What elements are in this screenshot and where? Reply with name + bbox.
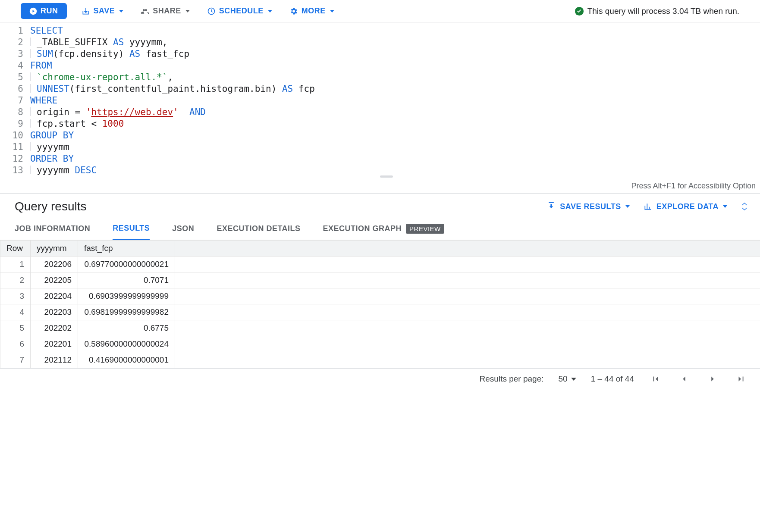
code-content: FROM (30, 60, 52, 72)
save-button[interactable]: SAVE (79, 3, 126, 19)
cell: 202201 (31, 336, 78, 352)
chart-icon (644, 202, 652, 211)
share-button[interactable]: SHARE (138, 3, 192, 19)
code-line[interactable]: 13yyyymm DESC (0, 165, 760, 176)
tab-job-information[interactable]: JOB INFORMATION (15, 218, 90, 240)
line-number: 1 (0, 25, 30, 37)
results-header: Query results SAVE RESULTS EXPLORE DATA (0, 194, 760, 218)
save-icon (82, 7, 90, 16)
tab-execution-graph[interactable]: EXECUTION GRAPH PREVIEW (323, 218, 444, 240)
code-content: fcp.start < 1000 (30, 118, 124, 130)
caret-down-icon (330, 10, 334, 13)
tab-results[interactable]: RESULTS (113, 218, 150, 240)
line-number: 11 (0, 141, 30, 153)
first-page-button[interactable] (649, 372, 663, 386)
run-button[interactable]: RUN (21, 3, 67, 19)
query-toolbar: RUN SAVE SHARE SCHEDULE MORE This query … (0, 0, 760, 22)
play-icon (29, 7, 37, 15)
code-line[interactable]: 5`chrome-ux-report.all.*`, (0, 72, 760, 83)
cell-empty (175, 352, 760, 368)
table-row[interactable]: 22022050.7071 (0, 272, 760, 288)
code-line[interactable]: 7WHERE (0, 95, 760, 106)
prev-page-button[interactable] (677, 372, 691, 386)
code-line[interactable]: 4FROM (0, 60, 760, 72)
column-header[interactable]: fast_fcp (78, 241, 175, 257)
table-row[interactable]: 12022060.69770000000000021 (0, 257, 760, 272)
caret-down-icon (723, 205, 727, 208)
schedule-button[interactable]: SCHEDULE (204, 3, 275, 19)
cell: 202202 (31, 320, 78, 336)
tab-execution-details[interactable]: EXECUTION DETAILS (217, 218, 300, 240)
code-content: UNNEST(first_contentful_paint.histogram.… (30, 83, 315, 95)
code-line[interactable]: 6UNNEST(first_contentful_paint.histogram… (0, 83, 760, 95)
cell: 0.4169000000000001 (78, 352, 175, 368)
cell: 0.69770000000000021 (78, 257, 175, 272)
download-icon (547, 202, 556, 211)
cell: 5 (0, 320, 31, 336)
editor-footer: Press Alt+F1 for Accessibility Option (0, 180, 760, 194)
code-line[interactable]: 10GROUP BY (0, 130, 760, 141)
explore-data-label: EXPLORE DATA (656, 202, 719, 211)
column-header[interactable]: yyyymm (31, 241, 78, 257)
code-line[interactable]: 9fcp.start < 1000 (0, 118, 760, 130)
table-row[interactable]: 72021120.4169000000000001 (0, 352, 760, 368)
code-line[interactable]: 1SELECT (0, 25, 760, 37)
results-table: Rowyyyymmfast_fcp12022060.69770000000000… (0, 240, 760, 368)
cell: 0.7071 (78, 272, 175, 288)
cell: 202204 (31, 288, 78, 304)
results-table-wrap: Rowyyyymmfast_fcp12022060.69770000000000… (0, 240, 760, 368)
save-results-label: SAVE RESULTS (560, 202, 621, 211)
code-line[interactable]: 2_TABLE_SUFFIX AS yyyymm, (0, 37, 760, 48)
expand-panel-button[interactable] (741, 202, 748, 211)
code-line[interactable]: 12ORDER BY (0, 153, 760, 165)
cell: 0.6903999999999999 (78, 288, 175, 304)
last-page-button[interactable] (734, 372, 748, 386)
explore-data-button[interactable]: EXPLORE DATA (644, 202, 727, 211)
gear-icon (289, 7, 298, 16)
more-button[interactable]: MORE (287, 3, 337, 19)
code-content: yyyymm DESC (30, 165, 97, 176)
code-line[interactable]: 11yyyymm (0, 141, 760, 153)
code-content: GROUP BY (30, 130, 74, 141)
rpp-select[interactable]: 50 (558, 374, 576, 384)
results-pager: Results per page: 50 1 – 44 of 44 (0, 368, 760, 389)
tab-json[interactable]: JSON (172, 218, 194, 240)
code-line[interactable]: 3SUM(fcp.density) AS fast_fcp (0, 48, 760, 60)
code-content: WHERE (30, 95, 57, 106)
line-number: 8 (0, 106, 30, 118)
drag-handle[interactable] (380, 175, 393, 178)
save-results-button[interactable]: SAVE RESULTS (547, 202, 629, 211)
results-tabs: JOB INFORMATION RESULTS JSON EXECUTION D… (0, 218, 760, 240)
table-row[interactable]: 62022010.58960000000000024 (0, 336, 760, 352)
cell: 202205 (31, 272, 78, 288)
chevron-right-icon (708, 374, 717, 384)
cell-empty (175, 336, 760, 352)
code-content: _TABLE_SUFFIX AS yyyymm, (30, 37, 167, 48)
code-content: ORDER BY (30, 153, 74, 165)
table-row[interactable]: 52022020.6775 (0, 320, 760, 336)
column-header[interactable]: Row (0, 241, 31, 257)
code-line[interactable]: 8origin = 'https://web.dev' AND (0, 106, 760, 118)
next-page-button[interactable] (706, 372, 719, 386)
chevron-up-icon (741, 202, 748, 206)
caret-down-icon (268, 10, 272, 13)
cell: 4 (0, 304, 31, 320)
line-number: 10 (0, 130, 30, 141)
table-row[interactable]: 32022040.6903999999999999 (0, 288, 760, 304)
chevron-down-icon (741, 207, 748, 211)
save-label: SAVE (94, 6, 115, 16)
schedule-icon (207, 7, 216, 16)
cell: 3 (0, 288, 31, 304)
cell: 202206 (31, 257, 78, 272)
caret-down-icon (185, 10, 190, 13)
cell: 202112 (31, 352, 78, 368)
cell-empty (175, 257, 760, 272)
sql-editor[interactable]: 1SELECT2_TABLE_SUFFIX AS yyyymm,3SUM(fcp… (0, 22, 760, 180)
cell: 7 (0, 352, 31, 368)
page-last-icon (736, 374, 746, 384)
table-row[interactable]: 42022030.69819999999999982 (0, 304, 760, 320)
page-range: 1 – 44 of 44 (591, 374, 634, 384)
more-label: MORE (301, 6, 326, 16)
line-number: 2 (0, 37, 30, 48)
preview-badge: PREVIEW (406, 224, 444, 234)
